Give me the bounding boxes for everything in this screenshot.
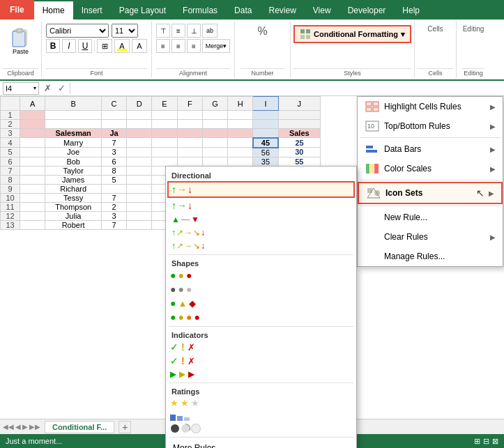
- cell-B5[interactable]: Joe: [45, 148, 102, 157]
- directional-row-4[interactable]: ↑ ↗ → ↘ ↓: [167, 226, 355, 239]
- number-group: % Number: [235, 21, 291, 78]
- cell-C10[interactable]: 7: [101, 193, 126, 202]
- indicators-row-2[interactable]: ✓ ! ✗: [166, 354, 356, 368]
- align-middle-button[interactable]: ≡: [171, 24, 185, 38]
- col-F-header[interactable]: F: [177, 97, 202, 111]
- shapes-row-2[interactable]: ● ● ●: [166, 282, 356, 296]
- cell-J3[interactable]: Sales: [278, 129, 320, 138]
- shapes-row-1[interactable]: ● ● ●: [166, 268, 356, 282]
- nav-first-icon[interactable]: ◀◀: [3, 423, 14, 431]
- cell-B3[interactable]: Salesman: [45, 129, 102, 138]
- col-E-header[interactable]: E: [152, 97, 177, 111]
- cell-B4[interactable]: Marry: [45, 138, 102, 148]
- conditional-formatting-button[interactable]: Conditional Formatting ▾: [293, 25, 411, 43]
- cell-name-box[interactable]: I4 ▾: [3, 82, 39, 95]
- cf-databars[interactable]: Data Bars ▶: [358, 139, 503, 159]
- more-rules-button[interactable]: More Rules...: [166, 440, 356, 448]
- formula-input[interactable]: [73, 84, 501, 93]
- cell-B13[interactable]: Robert: [45, 220, 102, 229]
- sheet-tab-conditional[interactable]: Conditional F...: [45, 421, 114, 433]
- font-size-select[interactable]: 11: [112, 24, 138, 38]
- tab-file[interactable]: File: [0, 0, 34, 20]
- svg-rect-13: [366, 146, 373, 148]
- cell-C5[interactable]: 3: [101, 148, 126, 157]
- nav-next-icon[interactable]: ▶: [22, 423, 28, 431]
- cell-B7[interactable]: Taylor: [45, 166, 102, 175]
- merge-button[interactable]: Merge▾: [202, 39, 230, 53]
- newrule-label: New Rule...: [384, 213, 496, 222]
- align-center-button[interactable]: ≡: [171, 39, 185, 53]
- tab-insert[interactable]: Insert: [73, 1, 111, 20]
- font-color-button[interactable]: A: [132, 39, 147, 53]
- confirm-icon[interactable]: ✓: [56, 83, 67, 93]
- cell-C11[interactable]: 2: [101, 202, 126, 211]
- cell-C12[interactable]: 3: [101, 211, 126, 220]
- tab-formulas[interactable]: Formulas: [174, 1, 226, 20]
- cf-topbottom[interactable]: 10 Top/Bottom Rules ▶: [358, 116, 503, 136]
- cell-B9[interactable]: Richard: [45, 184, 102, 193]
- indicators-row-1[interactable]: ✓ ! ✗: [166, 340, 356, 354]
- shapes-row-4[interactable]: ● ● ● ●: [166, 310, 356, 324]
- cell-C6[interactable]: 6: [101, 157, 126, 166]
- cell-I4[interactable]: 45: [253, 138, 278, 148]
- cf-highlight-cells[interactable]: Highlight Cells Rules ▶: [358, 97, 503, 116]
- col-H-header[interactable]: H: [228, 97, 253, 111]
- col-I-header[interactable]: I: [253, 97, 278, 111]
- directional-row-2[interactable]: ↑ → ↓: [167, 199, 355, 213]
- ratings-row-3[interactable]: [166, 422, 356, 435]
- cf-newrule[interactable]: New Rule...: [358, 208, 503, 227]
- cell-B11[interactable]: Thompson: [45, 202, 102, 211]
- ratings-row-2[interactable]: [166, 410, 356, 422]
- cell-B12[interactable]: Julia: [45, 211, 102, 220]
- cf-iconsets[interactable]: Icon Sets ↖ ▶: [358, 182, 503, 204]
- col-C-header[interactable]: C: [101, 97, 126, 111]
- tab-review[interactable]: Review: [260, 1, 304, 20]
- cell-C4[interactable]: 7: [101, 138, 126, 148]
- cancel-icon[interactable]: ✗: [42, 83, 53, 93]
- cell-C3[interactable]: Ja: [101, 129, 126, 138]
- align-right-button[interactable]: ≡: [187, 39, 201, 53]
- directional-row-3[interactable]: ▲ — ▼: [167, 213, 355, 226]
- tab-data[interactable]: Data: [226, 1, 260, 20]
- nav-prev-icon[interactable]: ◀: [15, 423, 21, 431]
- border-button[interactable]: ⊞: [97, 39, 112, 53]
- cell-C13[interactable]: 7: [101, 220, 126, 229]
- add-sheet-button[interactable]: +: [119, 421, 131, 433]
- cf-colorscales[interactable]: Color Scales ▶: [358, 159, 503, 178]
- align-left-button[interactable]: ≡: [156, 39, 170, 53]
- col-A-header[interactable]: A: [20, 97, 45, 111]
- paste-button[interactable]: Paste: [6, 25, 36, 57]
- bold-button[interactable]: B: [46, 39, 60, 53]
- ratings-row-1[interactable]: ★ ★ ★: [166, 396, 356, 410]
- directional-row-5[interactable]: ↑ ↗ → ↘ ↓: [167, 240, 355, 252]
- databars-icon: [365, 143, 380, 155]
- cell-B6[interactable]: Bob: [45, 157, 102, 166]
- cell-B8[interactable]: James: [45, 175, 102, 184]
- cf-clearrules[interactable]: Clear Rules ▶: [358, 227, 503, 247]
- tab-help[interactable]: Help: [394, 1, 428, 20]
- col-G-header[interactable]: G: [202, 97, 227, 111]
- tab-developer[interactable]: Developer: [339, 1, 395, 20]
- tab-pagelayout[interactable]: Page Layout: [111, 1, 174, 20]
- fill-color-button[interactable]: A: [114, 39, 130, 53]
- underline-button[interactable]: U: [78, 39, 92, 53]
- directional-row-1[interactable]: ↑ → ↓: [167, 181, 355, 198]
- cell-C7[interactable]: 8: [101, 166, 126, 175]
- cell-C8[interactable]: 5: [101, 175, 126, 184]
- col-B-header[interactable]: B: [45, 97, 102, 111]
- indicators-row-3[interactable]: ▶ ▶ ▶: [166, 368, 356, 380]
- col-J-header[interactable]: J: [278, 97, 320, 111]
- font-family-select[interactable]: Calibri: [46, 24, 109, 38]
- nav-last-icon[interactable]: ▶▶: [29, 423, 40, 431]
- italic-button[interactable]: I: [62, 39, 76, 53]
- tab-home[interactable]: Home: [34, 1, 73, 20]
- shapes-row-3[interactable]: ● ▲ ◆: [166, 296, 356, 310]
- cf-managerules[interactable]: Manage Rules...: [358, 247, 503, 266]
- cell-A1[interactable]: [20, 111, 45, 120]
- tab-view[interactable]: View: [305, 1, 339, 20]
- align-top-button[interactable]: ⊤: [156, 24, 170, 38]
- wrap-text-button[interactable]: ab: [202, 24, 217, 38]
- cell-B10[interactable]: Tessy: [45, 193, 102, 202]
- col-D-header[interactable]: D: [127, 97, 152, 111]
- align-bottom-button[interactable]: ⊥: [187, 24, 201, 38]
